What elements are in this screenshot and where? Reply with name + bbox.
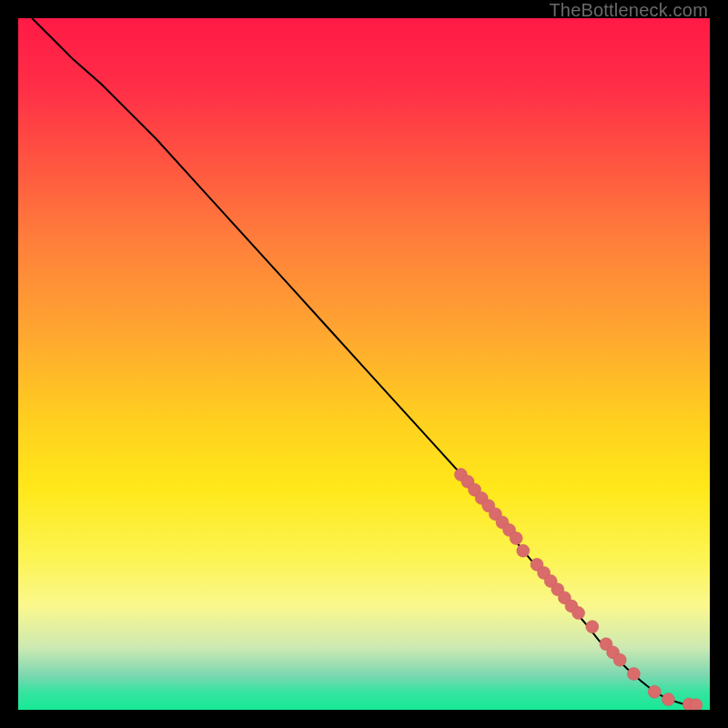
data-marker [586, 621, 599, 633]
data-marker [517, 544, 530, 557]
data-marker [690, 699, 703, 710]
data-marker [510, 532, 522, 545]
data-marker [572, 607, 585, 620]
data-markers [454, 469, 702, 710]
bottleneck-curve [32, 18, 696, 705]
data-marker [613, 653, 626, 666]
chart-frame: TheBottleneck.com [0, 0, 728, 728]
data-marker [627, 668, 640, 681]
curve-svg [18, 18, 710, 710]
plot-area [18, 18, 710, 710]
data-marker [648, 685, 661, 698]
data-marker [662, 693, 674, 706]
